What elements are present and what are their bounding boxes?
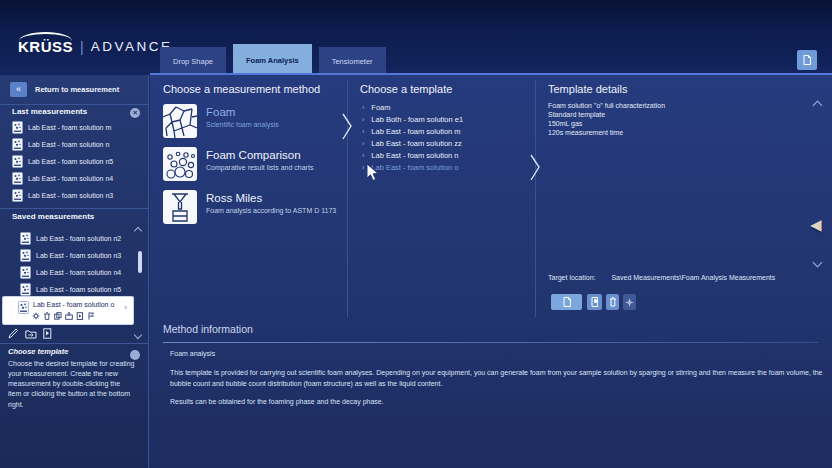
target-location-value: Saved Measurements\Foam Analysis Measure… <box>611 274 775 281</box>
expand-arrow-icon: › <box>362 164 364 171</box>
measurement-icon <box>18 301 29 314</box>
mouse-cursor <box>366 163 379 182</box>
expand-arrow-icon: › <box>362 140 364 147</box>
template-item[interactable]: › Lab East - foam solution zz <box>362 138 462 149</box>
target-location-label: Target location: <box>548 274 595 281</box>
templates-heading: Choose a template <box>360 83 452 95</box>
divider <box>0 208 148 209</box>
tab-foam-analysis[interactable]: Foam Analysis <box>233 44 312 76</box>
method-title: Foam <box>206 106 279 118</box>
selection-chevron-icon <box>342 113 353 140</box>
expand-arrow-icon: › <box>362 104 364 111</box>
target-location-row: Target location: Saved Measurements\Foam… <box>548 274 775 281</box>
template-label: Lab East - foam solution n <box>371 151 458 160</box>
logo-divider: | <box>80 39 84 55</box>
template-label: Lab Both - foam solution e1 <box>371 115 463 124</box>
foam-comparison-method-icon <box>163 147 197 181</box>
saved-measurement-item[interactable]: Lab East - foam solution n2 <box>20 231 121 245</box>
ross-miles-method-icon <box>163 190 197 224</box>
method-title: Foam Comparison <box>206 149 313 161</box>
document-flag-icon[interactable] <box>43 328 52 339</box>
method-subtitle: Foam analysis according to ASTM D 1173 <box>206 207 336 214</box>
kruss-advance-window: KRÜSS | ADVANCE Drop Shape Foam Analysis… <box>0 0 832 468</box>
template-item[interactable]: › Lab Both - foam solution e1 <box>362 114 463 125</box>
module-tabs: Drop Shape Foam Analysis Tensiometer <box>160 44 386 76</box>
measurement-icon <box>12 155 23 168</box>
report-button[interactable] <box>797 50 817 70</box>
template-label: Lab East - foam solution o <box>371 163 458 172</box>
method-foam[interactable]: Foam Scientific foam analysis <box>163 104 343 142</box>
flag-icon[interactable] <box>87 312 95 320</box>
return-to-measurement-button[interactable]: « Return to measurement <box>10 82 119 97</box>
sidebar-toolbar <box>8 328 52 339</box>
details-heading: Template details <box>548 83 628 95</box>
measurement-label: Lab East - foam solution n5 <box>36 286 121 293</box>
measurement-label: Lab East - foam solution n <box>28 141 109 148</box>
star-icon <box>625 298 634 307</box>
last-measurement-item[interactable]: Lab East - foam solution m <box>12 120 111 134</box>
export-icon[interactable] <box>65 312 73 320</box>
expand-arrow-icon: › <box>362 152 364 159</box>
settings-icon[interactable] <box>32 312 40 320</box>
measurement-label: Lab East - foam solution o <box>33 301 114 308</box>
delete-template-button[interactable] <box>606 294 619 310</box>
template-item[interactable]: › Foam <box>362 102 391 113</box>
collapse-up-icon[interactable] <box>813 101 823 111</box>
measurement-icon <box>12 138 23 151</box>
pen-icon[interactable] <box>8 328 19 339</box>
document-icon <box>803 55 812 66</box>
divider <box>0 104 148 105</box>
method-ross-miles[interactable]: Ross Miles Foam analysis according to AS… <box>163 190 343 228</box>
detail-line: Foam solution "o" full characterization <box>548 102 665 109</box>
method-foam-comparison[interactable]: Foam Comparison Comparative result lists… <box>163 147 343 185</box>
saved-measurement-item[interactable]: Lab East - foam solution n4 <box>20 265 121 279</box>
tab-drop-shape[interactable]: Drop Shape <box>160 47 226 76</box>
tab-tensiometer[interactable]: Tensiometer <box>319 47 386 76</box>
expand-arrow-icon: › <box>362 128 364 135</box>
template-item[interactable]: › Lab East - foam solution n <box>362 150 458 161</box>
detail-line: 150mL gas <box>548 120 582 127</box>
template-label: Lab East - foam solution zz <box>371 139 461 148</box>
measurement-icon <box>12 172 23 185</box>
measurement-icon <box>20 232 31 245</box>
scrollbar-thumb[interactable] <box>138 251 142 273</box>
last-measurement-item[interactable]: Lab East - foam solution n5 <box>12 154 113 168</box>
edit-template-button[interactable] <box>587 294 602 310</box>
report-icon[interactable] <box>76 312 84 320</box>
last-measurements-title: Last measurements <box>12 107 87 116</box>
last-measurement-item[interactable]: Lab East - foam solution n3 <box>12 188 113 202</box>
choose-template-help-title: Choose template <box>8 347 68 356</box>
saved-measurement-item[interactable]: Lab East - foam solution n3 <box>20 248 121 262</box>
scroll-up-icon[interactable] <box>134 227 142 235</box>
expand-down-icon[interactable] <box>813 258 823 268</box>
divider <box>163 342 818 343</box>
last-measurement-item[interactable]: Lab East - foam solution n4 <box>12 171 113 185</box>
document-icon <box>563 297 571 307</box>
saved-measurement-item-selected[interactable]: Lab East - foam solution o › <box>3 297 133 324</box>
method-information-heading: Method information <box>163 323 253 335</box>
selection-chevron-icon <box>530 154 541 181</box>
trash-icon <box>609 297 617 307</box>
expand-panel-arrow[interactable]: ◀ <box>810 216 822 234</box>
measurement-label: Lab East - foam solution n2 <box>36 235 121 242</box>
favorite-template-button[interactable] <box>623 294 636 310</box>
measurement-icon <box>20 283 31 296</box>
expand-arrow-icon: › <box>362 116 364 123</box>
copy-icon[interactable] <box>54 312 62 320</box>
trash-icon[interactable] <box>43 312 51 320</box>
create-measurement-button[interactable] <box>551 294 582 310</box>
measurement-label: Lab East - foam solution n4 <box>36 269 121 276</box>
folder-arrow-icon[interactable] <box>25 328 37 339</box>
last-measurement-item[interactable]: Lab East - foam solution n <box>12 137 109 151</box>
measurement-icon <box>20 249 31 262</box>
measurement-label: Lab East - foam solution m <box>28 124 111 131</box>
measurement-label: Lab East - foam solution n4 <box>28 175 113 182</box>
chevron-right-icon: › <box>124 303 127 312</box>
saved-measurement-item[interactable]: Lab East - foam solution n5 <box>20 282 121 296</box>
scroll-down-icon[interactable] <box>134 331 142 339</box>
collapse-section-icon[interactable]: × <box>130 108 140 118</box>
method-results-note: Results can be obtained for the foaming … <box>170 398 384 405</box>
method-information-section: Method information Foam analysis This te… <box>150 318 832 468</box>
template-item[interactable]: › Lab East - foam solution m <box>362 126 461 137</box>
template-label: Foam <box>371 103 390 112</box>
